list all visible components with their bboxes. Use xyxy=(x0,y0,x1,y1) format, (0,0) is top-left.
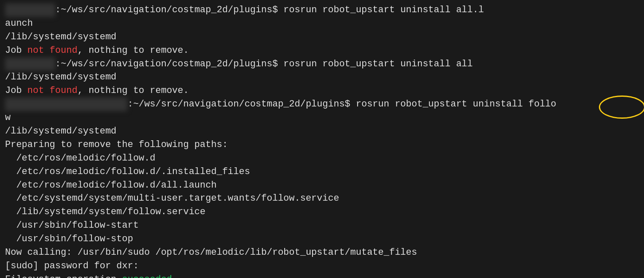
terminal-line-line18: /usr/sbin/follow-stop xyxy=(5,232,639,246)
normal-text: , nothing to remove. xyxy=(78,45,189,56)
terminal-line-line16: /lib/systemd/system/follow.service xyxy=(5,205,639,219)
normal-text: /lib/systemd/systemd xyxy=(5,32,116,42)
terminal-line-line7: Job not found, nothing to remove. xyxy=(5,84,639,98)
normal-text: /etc/ros/melodic/follow.d/all.launch xyxy=(5,180,217,191)
terminal-line-line5: user@host:~/ws/src/navigation/costmap_2d… xyxy=(5,57,639,71)
normal-text: /lib/systemd/system/follow.service xyxy=(5,207,205,217)
normal-text: Filesystem operation xyxy=(5,274,122,278)
blurred-username: user@host xyxy=(5,3,55,17)
error-text: not found xyxy=(27,45,78,56)
terminal-line-line9: w xyxy=(5,111,639,125)
terminal-line-line12: /etc/ros/melodic/follow.d xyxy=(5,152,639,165)
normal-text: :~/ws/src/navigation/costmap_2d/plugins$… xyxy=(127,99,556,109)
normal-text: , nothing to remove. xyxy=(78,85,189,96)
terminal-line-line15: /etc/systemd/system/multi-user.target.wa… xyxy=(5,192,639,205)
terminal-line-line21: Filesystem operation succeeded. xyxy=(5,273,639,278)
terminal-line-line11: Preparing to remove the following paths: xyxy=(5,138,639,152)
terminal-window: user@host:~/ws/src/navigation/costmap_2d… xyxy=(5,3,639,275)
normal-text: [sudo] password for dxr: xyxy=(5,261,139,271)
terminal-line-line1: user@host:~/ws/src/navigation/costmap_2d… xyxy=(5,3,639,17)
terminal-line-line3: /lib/systemd/systemd xyxy=(5,30,639,44)
blurred-username: user@host xyxy=(5,57,55,71)
terminal-line-line17: /usr/sbin/follow-start xyxy=(5,219,639,232)
terminal-line-line8: user@host blurred more:~/ws/src/navigati… xyxy=(5,98,639,111)
normal-text: Job xyxy=(5,45,27,56)
success-text: succeeded. xyxy=(122,274,178,278)
terminal-line-line10: /lib/systemd/systemd xyxy=(5,125,639,138)
blurred-username: user@host blurred more xyxy=(5,98,127,111)
normal-text: /lib/systemd/systemd xyxy=(5,126,116,136)
terminal-line-line4: Job not found, nothing to remove. xyxy=(5,44,639,57)
normal-text: /lib/systemd/systemd xyxy=(5,72,116,82)
normal-text: Preparing to remove the following paths: xyxy=(5,139,228,150)
normal-text: /usr/sbin/follow-stop xyxy=(5,234,133,244)
normal-text: /usr/sbin/follow-start xyxy=(5,220,139,231)
normal-text: w xyxy=(5,112,11,123)
normal-text: /etc/ros/melodic/follow.d xyxy=(5,153,155,164)
error-text: not found xyxy=(27,85,78,96)
terminal-line-line6: /lib/systemd/systemd xyxy=(5,71,639,84)
normal-text: Now calling: /usr/bin/sudo /opt/ros/melo… xyxy=(5,247,417,258)
terminal-line-line20: [sudo] password for dxr: xyxy=(5,259,639,273)
normal-text: :~/ws/src/navigation/costmap_2d/plugins$… xyxy=(55,5,484,15)
normal-text: /etc/systemd/system/multi-user.target.wa… xyxy=(5,193,339,204)
terminal-line-line19: Now calling: /usr/bin/sudo /opt/ros/melo… xyxy=(5,246,639,259)
normal-text: /etc/ros/melodic/follow.d/.installed_fil… xyxy=(5,166,250,177)
normal-text: aunch xyxy=(5,18,33,29)
terminal-line-line13: /etc/ros/melodic/follow.d/.installed_fil… xyxy=(5,165,639,179)
terminal-line-line2: aunch xyxy=(5,17,639,30)
normal-text: :~/ws/src/navigation/costmap_2d/plugins$… xyxy=(55,59,473,69)
normal-text: Job xyxy=(5,85,27,96)
terminal-line-line14: /etc/ros/melodic/follow.d/all.launch xyxy=(5,179,639,192)
